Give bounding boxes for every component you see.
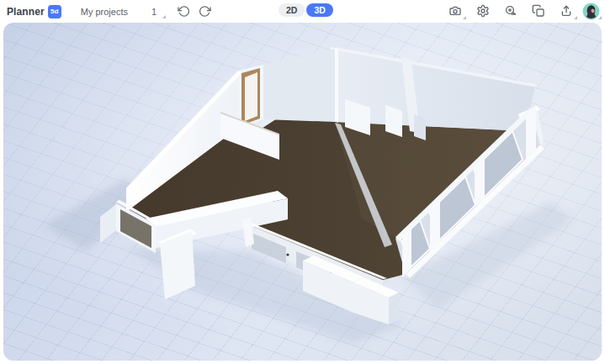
copy-button[interactable] [529, 2, 548, 20]
planner5d-logo-icon: 5d [48, 5, 61, 18]
undo-button[interactable] [175, 3, 194, 21]
corner-fold-icon [162, 15, 166, 18]
measure-button[interactable] [502, 2, 520, 20]
share-upload-icon [560, 4, 573, 18]
corner-fold-icon [463, 16, 466, 19]
canvas-3d-view[interactable] [3, 23, 602, 361]
my-projects-menu[interactable]: My projects [81, 7, 128, 17]
redo-button[interactable] [196, 3, 215, 21]
toolbar-right-icons [443, 2, 600, 20]
settings-button[interactable] [474, 2, 492, 20]
copy-layers-icon [532, 4, 545, 18]
undo-icon [178, 5, 190, 18]
brand-name: Planner [7, 6, 45, 18]
camera-icon [448, 4, 462, 18]
brand-logo[interactable]: Planner 5d [7, 5, 61, 18]
history-controls [172, 3, 215, 21]
corner-fold-icon [598, 16, 602, 19]
share-button[interactable] [557, 2, 576, 20]
user-avatar[interactable] [582, 3, 600, 20]
view-mode-toggle: 2D 3D [279, 3, 333, 17]
gear-icon [476, 4, 490, 18]
avatar-image [582, 3, 600, 20]
floor-selector-value: 1 [151, 7, 157, 17]
tab-3d-view[interactable]: 3D [306, 3, 332, 17]
tape-measure-icon [504, 4, 517, 18]
floor-selector[interactable]: 1 [144, 4, 164, 19]
redo-icon [199, 5, 211, 18]
app-window: Planner 5d My projects 1 2D [0, 0, 605, 364]
floorplan-3d-scene [3, 23, 602, 361]
corner-fold-icon [574, 16, 577, 19]
snapshot-button[interactable] [446, 2, 464, 20]
tab-2d-view[interactable]: 2D [279, 3, 305, 17]
top-toolbar: Planner 5d My projects 1 2D [0, 0, 605, 23]
entry-door [241, 68, 260, 125]
